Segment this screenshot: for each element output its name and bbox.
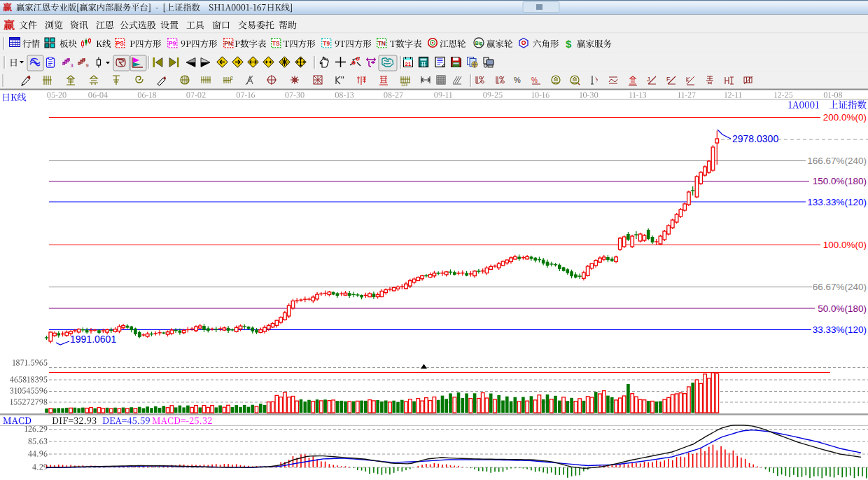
svg-text:Big: Big — [475, 41, 483, 46]
svg-text:66.67%(240): 66.67%(240) — [813, 282, 867, 292]
svg-text:3: 3 — [71, 62, 74, 69]
svg-text:2978.0300: 2978.0300 — [732, 133, 778, 144]
svg-text:%: % — [514, 76, 521, 84]
svg-text:21: 21 — [405, 61, 412, 67]
svg-text:166.67%(240): 166.67%(240) — [807, 156, 867, 166]
svg-text:J: J — [647, 76, 650, 83]
svg-text:TN: TN — [378, 40, 386, 47]
svg-text:%: % — [531, 76, 538, 84]
svg-text:P9: P9 — [169, 40, 176, 47]
svg-text:9: 9 — [86, 62, 89, 69]
svg-text:150.0%(180): 150.0%(180) — [813, 176, 867, 186]
svg-text:TS: TS — [272, 40, 280, 47]
svg-text:T9: T9 — [323, 40, 330, 47]
svg-text:2: 2 — [230, 76, 233, 81]
svg-text:33.33%(120): 33.33%(120) — [813, 324, 867, 335]
svg-text:$: $ — [566, 38, 572, 50]
svg-text:123: 123 — [401, 83, 407, 87]
svg-text:1991.0601: 1991.0601 — [70, 334, 116, 345]
svg-text:100.0%(0): 100.0%(0) — [823, 240, 867, 250]
svg-text:PS: PS — [116, 40, 125, 47]
svg-text:50.0%(180): 50.0%(180) — [818, 303, 867, 314]
svg-text:PN: PN — [224, 40, 232, 47]
svg-text:200.0%(0): 200.0%(0) — [823, 112, 867, 123]
svg-text:133.33%(120): 133.33%(120) — [807, 197, 867, 207]
